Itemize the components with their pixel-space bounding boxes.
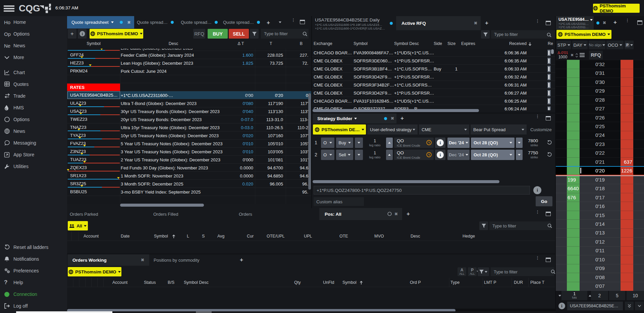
svg-text:i: i (82, 32, 83, 36)
